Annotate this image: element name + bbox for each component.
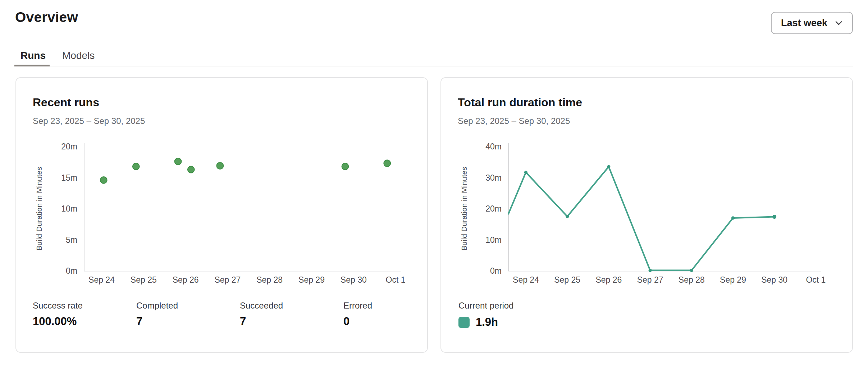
tabs-divider [15,66,853,66]
tab-bar: Runs Models [14,47,101,64]
svg-text:Sep 26: Sep 26 [595,275,622,284]
svg-text:10m: 10m [61,204,77,213]
svg-text:Sep 28: Sep 28 [256,275,283,284]
run-stats-row: Success rate 100.00% Completed 7 Succeed… [33,301,447,328]
svg-text:Sep 29: Sep 29 [298,275,325,284]
svg-text:20m: 20m [61,142,77,151]
svg-text:20m: 20m [485,204,502,213]
period-dropdown[interactable]: Last week [771,12,853,34]
card-title: Total run duration time [458,96,582,109]
svg-text:0m: 0m [66,266,77,276]
legend-label: Current period [458,301,513,311]
svg-text:Oct 1: Oct 1 [806,275,826,284]
stat-label: Succeeded [240,301,343,311]
svg-text:15m: 15m [61,173,77,182]
stat-label: Completed [136,301,240,311]
card-date-range: Sep 23, 2025 – Sep 30, 2025 [33,116,145,126]
svg-text:Sep 25: Sep 25 [554,275,580,284]
legend-swatch [458,317,470,328]
svg-text:30m: 30m [485,173,502,182]
tab-models[interactable]: Models [56,47,101,64]
svg-text:Sep 27: Sep 27 [637,275,663,284]
legend-value: 1.9h [476,316,498,329]
chevron-down-icon [835,20,843,26]
svg-text:Sep 24: Sep 24 [88,275,115,284]
overview-page: Overview Last week Runs Models Recent ru… [0,0,868,375]
svg-text:Sep 30: Sep 30 [341,275,367,284]
total-duration-card: Total run duration time Sep 23, 2025 – S… [440,77,853,353]
svg-text:Sep 24: Sep 24 [513,275,539,284]
svg-text:Sep 26: Sep 26 [173,275,199,284]
period-dropdown-value: Last week [781,18,827,29]
svg-text:Sep 28: Sep 28 [679,275,705,284]
card-date-range: Sep 23, 2025 – Sep 30, 2025 [458,116,570,126]
recent-runs-scatter-chart: 0m5m10m15m20mSep 24Sep 25Sep 26Sep 27Sep… [16,137,428,295]
svg-text:Oct 1: Oct 1 [386,275,406,284]
svg-text:Sep 30: Sep 30 [761,275,787,284]
run-duration-line-chart: 0m10m20m30m40mSep 24Sep 25Sep 26Sep 27Se… [441,137,852,295]
svg-text:Sep 27: Sep 27 [214,275,241,284]
svg-text:5m: 5m [66,235,77,245]
stat-succeeded: Succeeded 7 [240,301,343,328]
page-title: Overview [15,9,78,25]
svg-text:10m: 10m [485,235,502,245]
chart-legend: Current period 1.9h [458,301,513,329]
stat-value: 7 [240,315,343,328]
card-title: Recent runs [33,96,99,109]
stat-label: Success rate [33,301,136,311]
stat-value: 100.00% [33,315,136,328]
svg-text:Sep 25: Sep 25 [131,275,157,284]
stat-success-rate: Success rate 100.00% [33,301,136,328]
svg-text:0m: 0m [490,266,502,276]
stat-value: 7 [136,315,240,328]
stat-completed: Completed 7 [136,301,240,328]
tab-runs[interactable]: Runs [14,47,52,64]
stat-errored: Errored 0 [343,301,447,328]
recent-runs-card: Recent runs Sep 23, 2025 – Sep 30, 2025 … [15,77,428,353]
svg-text:40m: 40m [485,142,502,151]
active-tab-underline [14,65,50,66]
stat-value: 0 [343,315,447,328]
svg-text:Sep 29: Sep 29 [720,275,746,284]
stat-label: Errored [343,301,447,311]
